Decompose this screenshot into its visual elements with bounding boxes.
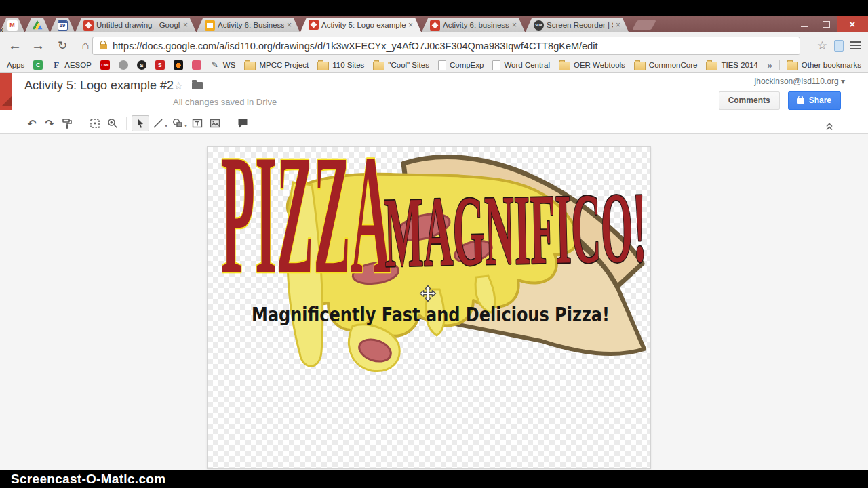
document-title[interactable]: Activity 5: Logo example #2 xyxy=(24,79,174,93)
bookmark-item[interactable]: 110 Sites xyxy=(317,60,364,70)
page-action-icon[interactable] xyxy=(834,40,844,52)
browser-tab[interactable]: SOM Screen Recorder | Screenc. × xyxy=(526,18,629,32)
drawing-canvas[interactable]: PIZZA MAGNIFICO! Magnificently Fast and … xyxy=(207,146,651,469)
logo-word-pizza: PIZZA xyxy=(221,147,391,309)
tab-close-icon[interactable]: × xyxy=(512,20,517,30)
pizza-logo-artwork: PIZZA MAGNIFICO! Magnificently Fast and … xyxy=(208,147,650,468)
back-button[interactable]: ← xyxy=(5,36,24,55)
bookmark-item[interactable]: TIES 2014 xyxy=(706,60,757,70)
bookmark-item[interactable] xyxy=(174,60,183,70)
save-status: All changes saved in Drive xyxy=(173,97,277,107)
bookmark-label: MPCC Project xyxy=(259,61,309,69)
reload-button[interactable]: ↻ xyxy=(53,36,72,55)
tab-title: Untitled drawing - Google xyxy=(96,21,180,29)
bookmark-item[interactable]: F AESOP xyxy=(52,60,92,70)
other-bookmarks[interactable]: Other bookmarks xyxy=(787,60,861,70)
zoom-to-fit-button[interactable] xyxy=(86,115,104,131)
maximize-icon xyxy=(823,21,830,28)
redo-button[interactable]: ↷ xyxy=(41,115,58,131)
orange-dot-icon xyxy=(174,60,183,70)
bookmark-label: Word Central xyxy=(504,61,550,69)
letterbox-top xyxy=(0,0,868,16)
divider xyxy=(229,117,229,130)
tab-title: Screen Recorder | Screenc. xyxy=(547,21,613,29)
pinned-tab[interactable]: 19 xyxy=(50,18,75,32)
move-to-folder-icon[interactable] xyxy=(192,82,203,89)
maximize-button[interactable] xyxy=(815,16,837,32)
browser-tab[interactable]: Untitled drawing - Google × xyxy=(75,18,196,32)
browser-tab[interactable]: Activity 6: business card e × xyxy=(422,18,525,32)
bookmark-item[interactable]: OER Webtools xyxy=(559,60,625,70)
text-box-button[interactable] xyxy=(189,115,206,131)
bookmarks-overflow-icon[interactable]: » xyxy=(768,60,772,70)
bookmark-label: TIES 2014 xyxy=(721,61,757,69)
forward-button[interactable]: → xyxy=(28,36,47,55)
browser-nav-bar: ← → ↻ ⌂ https://docs.google.com/a/isd110… xyxy=(0,32,868,58)
close-button[interactable]: × xyxy=(837,16,868,32)
account-email: jhockinson@isd110.org xyxy=(755,77,839,86)
logo-tagline: Magnificently Fast and Delicious Pizza! xyxy=(252,304,610,326)
bookmark-item[interactable]: "Cool" Sites xyxy=(373,60,429,70)
comments-button[interactable]: Comments xyxy=(719,92,780,110)
paint-format-button[interactable] xyxy=(58,115,76,131)
drawings-logo[interactable] xyxy=(0,73,12,110)
tab-close-icon[interactable]: × xyxy=(408,20,413,30)
chrome-menu-icon[interactable] xyxy=(850,41,861,49)
tab-title: Activity 6: Business Cards xyxy=(218,21,284,29)
shape-tool-caret-icon[interactable]: ▾ xyxy=(184,123,187,129)
browser-tab[interactable]: Activity 5: Logo example × xyxy=(300,18,421,32)
pen-icon: ✎ xyxy=(210,60,220,70)
page-icon xyxy=(438,60,446,70)
star-document-icon[interactable]: ☆ xyxy=(174,79,183,92)
tab-close-icon[interactable]: × xyxy=(616,20,620,30)
bookmark-item[interactable] xyxy=(119,60,128,70)
bookmark-item[interactable]: MPCC Project xyxy=(244,60,309,70)
undo-button[interactable]: ↶ xyxy=(23,115,41,131)
bookmark-item[interactable]: Word Central xyxy=(492,60,550,70)
bookmark-item[interactable]: CNN xyxy=(100,60,110,70)
bookmark-item[interactable]: C xyxy=(33,60,43,70)
divider xyxy=(81,117,81,130)
folder-icon xyxy=(373,62,384,70)
bookmark-item[interactable]: CommonCore xyxy=(634,60,698,70)
hide-controls-button[interactable] xyxy=(821,117,838,134)
new-tab-button[interactable] xyxy=(632,20,656,30)
minimize-button[interactable] xyxy=(793,16,815,32)
folder-icon xyxy=(244,62,256,70)
share-button[interactable]: Share xyxy=(788,92,841,110)
docs-header: Activity 5: Logo example #2 ☆ All change… xyxy=(0,73,868,114)
account-menu[interactable]: jhockinson@isd110.org ▾ xyxy=(755,77,845,86)
bookmark-star-icon[interactable]: ☆ xyxy=(817,39,827,53)
facebook-f-icon: F xyxy=(52,60,61,70)
insert-image-button[interactable] xyxy=(206,115,224,131)
zoom-button[interactable] xyxy=(104,115,121,131)
bookmark-item[interactable]: CompExp xyxy=(438,60,484,70)
tab-close-icon[interactable]: × xyxy=(287,20,292,30)
address-bar[interactable]: https://docs.google.com/a/isd110.org/dra… xyxy=(92,37,800,55)
drawings-icon xyxy=(430,20,440,30)
tab-title: Activity 5: Logo example xyxy=(321,21,406,29)
folder-icon xyxy=(787,62,798,70)
apps-label[interactable]: Apps xyxy=(7,61,24,69)
bookmark-item[interactable]: ✎ WS xyxy=(210,60,236,70)
screencast-watermark: Screencast-O-Matic.com xyxy=(0,470,868,488)
folder-icon xyxy=(317,62,329,70)
bookmark-item[interactable] xyxy=(192,60,201,70)
folder-icon xyxy=(634,62,646,70)
bookmark-item[interactable]: S xyxy=(137,60,146,70)
bookmark-label: CommonCore xyxy=(649,61,698,69)
browser-tab[interactable]: Activity 6: Business Cards × xyxy=(197,18,300,32)
bookmark-label: 110 Sites xyxy=(332,61,364,69)
line-tool-caret-icon[interactable]: ▾ xyxy=(165,123,167,129)
slides-icon xyxy=(205,20,215,30)
som-icon: SOM xyxy=(534,20,544,30)
bookmark-item[interactable]: S xyxy=(155,60,165,70)
bookmark-label: WS xyxy=(223,61,236,69)
pinned-tab[interactable] xyxy=(25,18,50,32)
calendar-icon: 19 xyxy=(58,20,68,30)
select-tool-button[interactable] xyxy=(132,115,149,131)
insert-comment-button[interactable] xyxy=(234,115,252,131)
bookmark-label: AESOP xyxy=(64,61,92,69)
pinned-tab[interactable]: M 0 xyxy=(0,18,24,32)
tab-close-icon[interactable]: × xyxy=(183,20,188,30)
